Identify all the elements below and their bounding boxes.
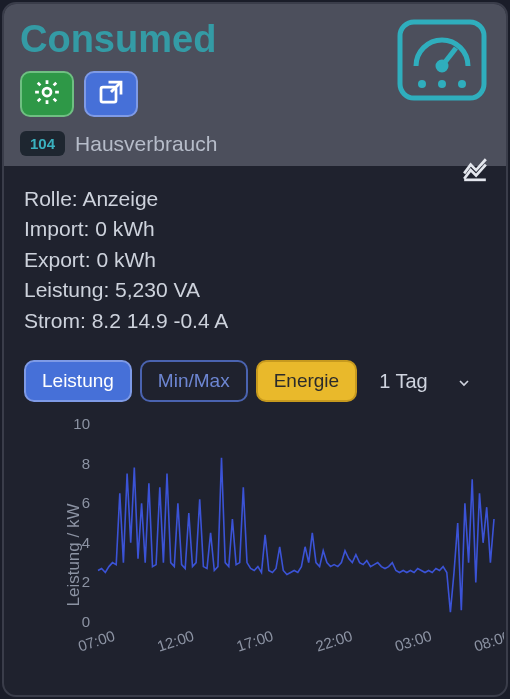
svg-point-5 (418, 80, 426, 88)
svg-text:07:00: 07:00 (76, 627, 117, 655)
tab-leistung[interactable]: Leistung (24, 360, 132, 402)
info-strom: Strom: 8.2 14.9 -0.4 A (24, 306, 486, 336)
gear-icon (32, 77, 62, 111)
tab-minmax[interactable]: Min/Max (140, 360, 248, 402)
card-header: Consumed (4, 4, 506, 166)
svg-point-4 (438, 62, 446, 70)
range-select[interactable]: 1 Tag (371, 364, 480, 399)
chart-area: Leistung / kW 0246810 07:0012:0017:0022:… (24, 412, 486, 687)
svg-text:8: 8 (82, 455, 90, 472)
value: 0 kWh (95, 217, 155, 240)
device-id-badge: 104 (20, 131, 65, 156)
expand-button[interactable] (84, 71, 138, 117)
value: 8.2 14.9 -0.4 A (92, 309, 229, 332)
label: Export: (24, 248, 91, 271)
expand-icon (96, 77, 126, 111)
meter-icon (392, 14, 492, 114)
value: Anzeige (82, 187, 158, 210)
label: Leistung: (24, 278, 109, 301)
label: Strom: (24, 309, 86, 332)
chart-toggle-button[interactable] (462, 156, 488, 182)
svg-text:0: 0 (82, 613, 90, 630)
value: 0 kWh (96, 248, 156, 271)
svg-text:4: 4 (82, 534, 90, 551)
svg-text:6: 6 (82, 494, 90, 511)
chart-controls: Leistung Min/Max Energie 1 Tag (24, 360, 486, 402)
svg-text:03:00: 03:00 (393, 627, 434, 655)
svg-text:22:00: 22:00 (313, 627, 354, 655)
line-chart-icon (462, 168, 488, 185)
device-subtitle: Hausverbrauch (75, 132, 217, 156)
info-rolle: Rolle: Anzeige (24, 184, 486, 214)
info-import: Import: 0 kWh (24, 214, 486, 244)
svg-text:2: 2 (82, 574, 90, 591)
svg-point-7 (458, 80, 466, 88)
svg-text:17:00: 17:00 (234, 627, 275, 655)
range-label: 1 Tag (379, 370, 428, 393)
value: 5,230 VA (115, 278, 200, 301)
chevron-down-icon (456, 373, 472, 389)
device-card: Consumed (2, 2, 508, 697)
info-export: Export: 0 kWh (24, 245, 486, 275)
label: Import: (24, 217, 89, 240)
svg-text:12:00: 12:00 (155, 627, 196, 655)
tag-row: 104 Hausverbrauch (20, 131, 490, 156)
svg-text:10: 10 (73, 415, 90, 432)
label: Rolle: (24, 187, 78, 210)
info-leistung: Leistung: 5,230 VA (24, 275, 486, 305)
svg-point-0 (43, 88, 51, 96)
chart-svg: 0246810 07:0012:0017:0022:0003:0008:00 (64, 412, 504, 660)
tab-energie[interactable]: Energie (256, 360, 358, 402)
card-body: Rolle: Anzeige Import: 0 kWh Export: 0 k… (4, 166, 506, 695)
settings-button[interactable] (20, 71, 74, 117)
svg-point-6 (438, 80, 446, 88)
svg-text:08:00: 08:00 (472, 627, 504, 655)
